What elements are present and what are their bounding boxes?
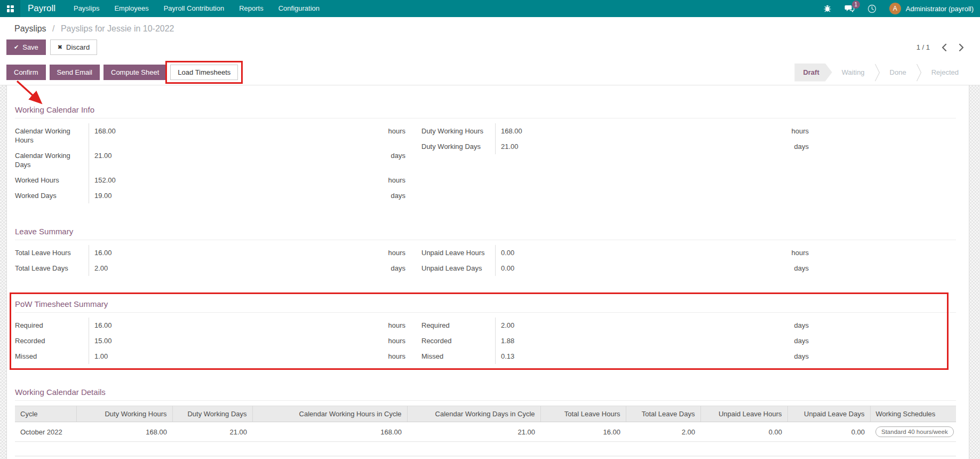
form-field-row: Worked Days 19.00 days: [15, 188, 405, 203]
field-label: Duty Working Days: [421, 139, 495, 154]
statusbar-button[interactable]: Load Timesheets: [170, 65, 238, 80]
form-field-row: Duty Working Hours 168.00 hours: [421, 123, 809, 139]
table-row[interactable]: October 2022168.0021.00168.0021.0016.002…: [15, 422, 956, 442]
working-calendar-details-table: CycleDuty Working HoursDuty Working Days…: [15, 406, 956, 456]
breadcrumb: Payslips / Payslips for Jessie in 10-202…: [0, 17, 980, 38]
field-unit: hours: [373, 123, 405, 148]
form-field-row: Worked Hours 152.00 hours: [15, 172, 405, 188]
debug-bug-icon[interactable]: [823, 4, 832, 13]
discard-button[interactable]: ✖ Discard: [50, 39, 97, 55]
table-header-row: CycleDuty Working HoursDuty Working Days…: [15, 406, 956, 422]
status-step[interactable]: Rejected: [922, 64, 968, 82]
field-label: Duty Working Hours: [421, 123, 495, 139]
table-column-header[interactable]: Cycle: [15, 406, 76, 422]
statusbar-button-wrap: Confirm: [6, 65, 46, 80]
status-step[interactable]: Waiting: [832, 64, 874, 82]
field-unit: hours: [373, 318, 405, 333]
activities-clock-icon[interactable]: [867, 4, 877, 13]
user-menu[interactable]: A Administrator (payroll): [889, 3, 974, 14]
section-field-groups: Calendar Working Hours 168.00 hours Cale…: [15, 123, 956, 203]
statusbar-states: Draft Waiting Done Rejected: [794, 64, 968, 82]
table-column-header[interactable]: Calendar Working Hours in Cycle: [252, 406, 407, 422]
field-unit: days: [777, 139, 809, 154]
table-cell[interactable]: 21.00: [172, 422, 252, 442]
pager-next-icon[interactable]: [959, 44, 964, 51]
field-unit: hours: [373, 245, 405, 260]
form-field-row: Missed 0.13 days: [421, 349, 809, 364]
form-field-row: Recorded 15.00 hours: [15, 333, 405, 349]
table-column-header[interactable]: Duty Working Hours: [76, 406, 172, 422]
menu-item[interactable]: Reports: [232, 0, 271, 17]
field-unit: hours: [777, 123, 809, 139]
pager: 1 / 1: [917, 43, 964, 51]
section-title: Leave Summary: [15, 227, 956, 240]
table-column-header[interactable]: Working Schedules: [870, 406, 956, 422]
section-title: PoW Timesheet Summary: [15, 299, 956, 313]
status-step[interactable]: Draft: [794, 64, 832, 82]
working-schedule-cell[interactable]: Standard 40 hours/week: [870, 422, 956, 442]
pager-previous-icon[interactable]: [942, 44, 947, 51]
breadcrumb-separator: /: [52, 24, 54, 33]
table-cell[interactable]: 0.00: [700, 422, 787, 442]
field-label: Calendar Working Days: [15, 148, 89, 172]
statusbar-button[interactable]: Send Email: [50, 65, 100, 80]
table-cell[interactable]: 16.00: [540, 422, 626, 442]
table-column-header[interactable]: Calendar Working Days in Cycle: [407, 406, 540, 422]
field-unit: hours: [373, 333, 405, 349]
field-value: 1.00: [89, 349, 373, 364]
field-value: 16.00: [89, 318, 373, 333]
status-step-divider-icon: [916, 64, 922, 82]
table-column-header[interactable]: Total Leave Days: [626, 406, 700, 422]
field-unit: hours: [373, 172, 405, 188]
table-cell[interactable]: 21.00: [407, 422, 540, 442]
check-icon: ✔: [14, 44, 19, 51]
table-cell[interactable]: 0.00: [787, 422, 870, 442]
form-field-row: Total Leave Hours 16.00 hours: [15, 245, 405, 260]
field-group-right: Unpaid Leave Hours 0.00 hours Unpaid Lea…: [421, 245, 809, 276]
menu-item[interactable]: Payroll Contribution: [156, 0, 232, 17]
section-field-groups: Total Leave Hours 16.00 hours Total Leav…: [15, 245, 956, 276]
field-value: 0.13: [495, 349, 777, 364]
save-button-label: Save: [22, 43, 38, 51]
menu-item[interactable]: Configuration: [271, 0, 327, 17]
save-button[interactable]: ✔ Save: [6, 39, 46, 55]
field-value: 0.00: [495, 260, 777, 276]
table-column-header[interactable]: Total Leave Hours: [540, 406, 626, 422]
table-empty-row: [15, 442, 956, 456]
table-cell[interactable]: October 2022: [15, 422, 76, 442]
field-label: Missed: [15, 349, 89, 364]
table-cell[interactable]: 168.00: [252, 422, 407, 442]
field-value: 2.00: [495, 318, 777, 333]
messages-icon[interactable]: 1: [844, 4, 855, 13]
form-field-row: Missed 1.00 hours: [15, 349, 405, 364]
form-buttons-row: ✔ Save ✖ Discard 1 / 1: [0, 38, 980, 60]
form-section: PoW Timesheet Summary Required 16.00 hou…: [15, 299, 956, 364]
form-section: Working Calendar Info Calendar Working H…: [15, 105, 956, 203]
table-cell[interactable]: 2.00: [626, 422, 700, 442]
system-tray: 1 A Administrator (payroll): [823, 3, 980, 14]
field-label: Missed: [421, 349, 495, 364]
field-group-left: Total Leave Hours 16.00 hours Total Leav…: [15, 245, 405, 276]
table-section-title: Working Calendar Details: [15, 387, 956, 401]
form-field-row: Unpaid Leave Days 0.00 days: [421, 260, 809, 276]
menu-item[interactable]: Payslips: [66, 0, 107, 17]
field-unit: days: [777, 333, 809, 349]
menu-item[interactable]: Employees: [107, 0, 156, 17]
apps-menu-button[interactable]: [0, 0, 20, 17]
field-unit: days: [777, 349, 809, 364]
working-calendar-details-block: Working Calendar Details CycleDuty Worki…: [15, 387, 956, 456]
field-value: 168.00: [495, 123, 777, 139]
table-cell[interactable]: 168.00: [76, 422, 172, 442]
apps-grid-icon: [7, 5, 14, 12]
field-group-right: Required 2.00 days Recorded 1.88 days Mi…: [421, 318, 809, 364]
field-label: Worked Days: [15, 188, 89, 203]
table-column-header[interactable]: Duty Working Days: [172, 406, 252, 422]
breadcrumb-parent[interactable]: Payslips: [14, 24, 46, 33]
app-brand[interactable]: Payroll: [28, 3, 55, 14]
status-step[interactable]: Done: [880, 64, 916, 82]
statusbar: Confirm Send Email Compute Sheet Load Ti…: [0, 60, 980, 85]
table-column-header[interactable]: Unpaid Leave Hours: [700, 406, 787, 422]
table-column-header[interactable]: Unpaid Leave Days: [787, 406, 870, 422]
statusbar-button[interactable]: Confirm: [6, 65, 46, 80]
statusbar-button[interactable]: Compute Sheet: [103, 65, 166, 80]
